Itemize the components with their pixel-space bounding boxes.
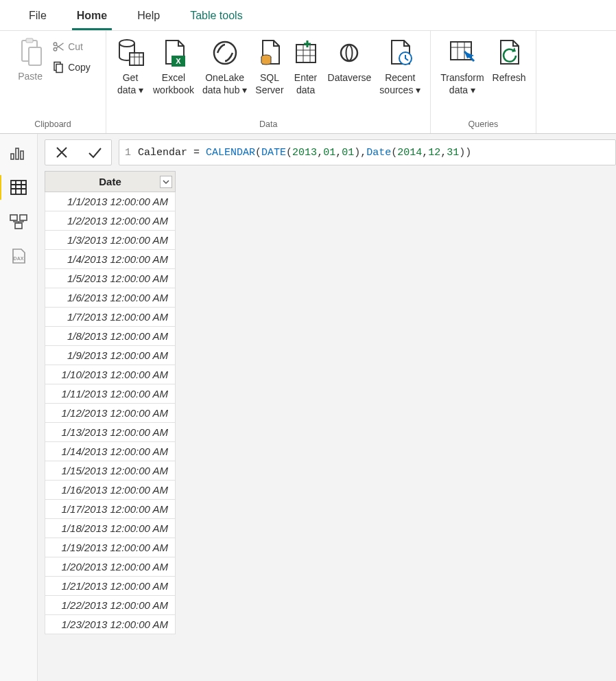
table-cell[interactable]: 1/16/2013 12:00:00 AM (45, 481, 176, 500)
svg-text:DAX: DAX (14, 256, 24, 261)
formula-bar: 1Calendar = CALENDAR(DATE(2013,01,01),Da… (38, 134, 616, 171)
table-cell[interactable]: 1/21/2013 12:00:00 AM (45, 577, 176, 596)
tab-file[interactable]: File (14, 3, 62, 30)
check-icon (87, 146, 102, 159)
excel-label: Excel workbook (153, 72, 194, 96)
dataverse-icon (335, 38, 363, 68)
table-icon (10, 180, 27, 195)
sql-server-button[interactable]: SQL Server (251, 35, 287, 99)
recent-icon (386, 38, 414, 68)
transform-data-button[interactable]: Transform data ▾ (436, 35, 488, 99)
refresh-icon (495, 38, 523, 68)
table-cell[interactable]: 1/19/2013 12:00:00 AM (45, 538, 176, 557)
commit-box (45, 139, 112, 165)
cut-label: Cut (68, 41, 83, 52)
table-cell[interactable]: 1/12/2013 12:00:00 AM (45, 404, 176, 423)
cut-button[interactable]: Cut (51, 39, 92, 54)
chevron-down-icon: ▾ (471, 84, 475, 95)
svg-rect-2 (29, 47, 41, 65)
svg-rect-18 (21, 151, 23, 159)
dax-view-button[interactable]: DAX (9, 248, 28, 264)
table-cell[interactable]: 1/13/2013 12:00:00 AM (45, 423, 176, 442)
svg-rect-16 (11, 154, 14, 159)
paste-label: Paste (18, 71, 43, 83)
svg-point-7 (119, 40, 134, 47)
table-cell[interactable]: 1/14/2013 12:00:00 AM (45, 442, 176, 461)
dataverse-button[interactable]: Dataverse (324, 35, 376, 87)
table-cell[interactable]: 1/2/2013 12:00:00 AM (45, 211, 176, 231)
table-cell[interactable]: 1/9/2013 12:00:00 AM (45, 346, 176, 365)
svg-rect-1 (26, 38, 33, 43)
table-cell[interactable]: 1/5/2013 12:00:00 AM (45, 269, 176, 288)
refresh-label: Refresh (493, 72, 526, 84)
copy-button[interactable]: Copy (51, 60, 92, 75)
tab-table-tools[interactable]: Table tools (175, 3, 258, 30)
formula-input[interactable]: 1Calendar = CALENDAR(DATE(2013,01,01),Da… (119, 139, 616, 165)
svg-text:X: X (176, 57, 181, 65)
svg-rect-20 (10, 215, 17, 220)
svg-rect-17 (16, 148, 19, 159)
table-cell[interactable]: 1/7/2013 12:00:00 AM (45, 308, 176, 327)
chart-icon (10, 146, 27, 161)
transform-label: Transform data ▾ (440, 72, 484, 96)
recent-sources-button[interactable]: Recent sources ▾ (375, 35, 425, 99)
enter-data-button[interactable]: Enter data (288, 35, 324, 99)
data-grid-container: Date 1/1/2013 12:00:00 AM1/2/2013 12:00:… (38, 171, 616, 634)
x-icon (55, 146, 69, 159)
table-cell[interactable]: 1/23/2013 12:00:00 AM (45, 615, 176, 634)
table-cell[interactable]: 1/4/2013 12:00:00 AM (45, 250, 176, 269)
table-cell[interactable]: 1/10/2013 12:00:00 AM (45, 365, 176, 384)
onelake-label: OneLake data hub ▾ (202, 72, 247, 96)
model-view-button[interactable] (9, 213, 28, 230)
data-view-button[interactable] (9, 179, 28, 196)
table-cell[interactable]: 1/22/2013 12:00:00 AM (45, 596, 176, 615)
chevron-down-icon: ▾ (416, 84, 420, 95)
table-cell[interactable]: 1/3/2013 12:00:00 AM (45, 231, 176, 250)
model-icon (10, 214, 27, 229)
get-data-label: Get data ▾ (117, 72, 143, 96)
line-number: 1 (125, 147, 138, 159)
refresh-button[interactable]: Refresh (488, 35, 530, 87)
work-area: 1Calendar = CALENDAR(DATE(2013,01,01),Da… (38, 134, 616, 681)
table-cell[interactable]: 1/6/2013 12:00:00 AM (45, 288, 176, 308)
dataverse-label: Dataverse (328, 72, 372, 84)
svg-rect-22 (15, 223, 22, 229)
report-view-button[interactable] (9, 145, 28, 161)
sql-icon (256, 38, 283, 68)
cancel-formula-button[interactable] (45, 140, 78, 165)
group-label-clipboard: Clipboard (34, 116, 71, 132)
sql-label: SQL Server (255, 72, 283, 96)
paste-button[interactable]: Paste (14, 35, 47, 86)
table-cell[interactable]: 1/15/2013 12:00:00 AM (45, 461, 176, 481)
table-cell[interactable]: 1/17/2013 12:00:00 AM (45, 500, 176, 519)
group-queries: Transform data ▾ Refresh Queries (431, 31, 536, 133)
table-cell[interactable]: 1/11/2013 12:00:00 AM (45, 384, 176, 404)
svg-rect-21 (20, 215, 27, 220)
column-header-date[interactable]: Date (45, 172, 176, 192)
excel-icon: X (159, 38, 188, 68)
enter-data-icon (292, 38, 320, 68)
ribbon: Paste Cut Copy Clipboard Get data ▾ (0, 31, 616, 134)
chevron-down-icon: ▾ (139, 84, 143, 95)
chevron-down-icon: ▾ (242, 84, 247, 95)
recent-label: Recent sources ▾ (379, 72, 420, 96)
column-filter-button[interactable] (160, 176, 172, 188)
table-cell[interactable]: 1/1/2013 12:00:00 AM (45, 192, 176, 211)
tab-home[interactable]: Home (62, 3, 122, 30)
group-label-data: Data (259, 116, 277, 132)
view-rail: DAX (0, 134, 38, 681)
group-data: Get data ▾ X Excel workbook OneLake data… (106, 31, 431, 133)
get-data-button[interactable]: Get data ▾ (112, 35, 149, 99)
onelake-icon (211, 38, 239, 68)
onelake-button[interactable]: OneLake data hub ▾ (198, 35, 251, 99)
excel-workbook-button[interactable]: X Excel workbook (149, 35, 198, 99)
data-grid: Date 1/1/2013 12:00:00 AM1/2/2013 12:00:… (45, 171, 176, 634)
table-cell[interactable]: 1/8/2013 12:00:00 AM (45, 327, 176, 346)
table-cell[interactable]: 1/20/2013 12:00:00 AM (45, 557, 176, 577)
enter-data-label: Enter data (294, 72, 317, 96)
tab-help[interactable]: Help (122, 3, 175, 30)
commit-formula-button[interactable] (78, 140, 111, 165)
svg-rect-19 (11, 181, 26, 194)
table-cell[interactable]: 1/18/2013 12:00:00 AM (45, 519, 176, 538)
copy-label: Copy (68, 62, 91, 73)
